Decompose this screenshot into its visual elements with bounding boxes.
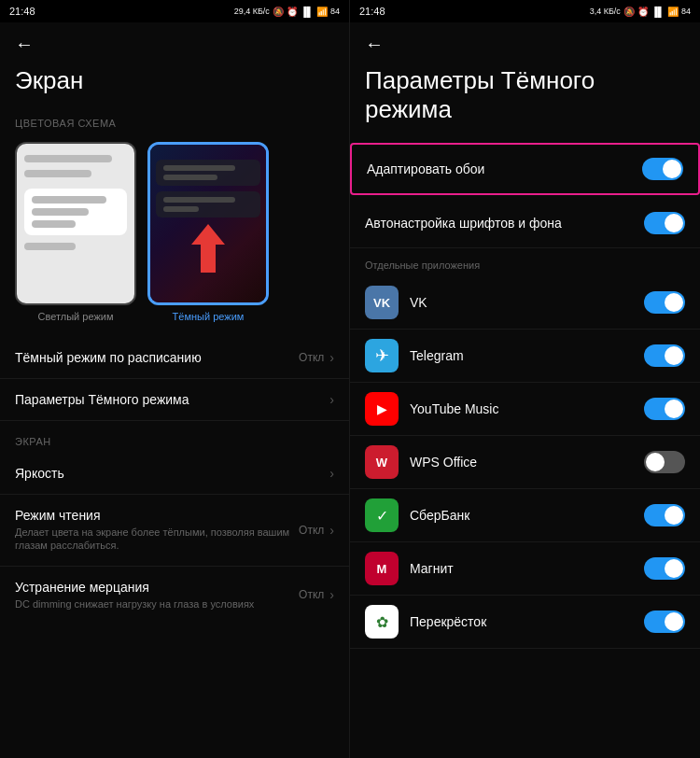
left-data-speed: 29,4 КБ/с xyxy=(234,7,270,16)
perekrestok-toggle[interactable] xyxy=(644,611,685,633)
sber-icon: ✓ xyxy=(365,498,399,532)
reading-mode-chevron: › xyxy=(329,523,334,538)
light-bar-3 xyxy=(24,243,76,250)
app-item-ym-left: ▶ YouTube Music xyxy=(365,392,498,426)
auto-fonts-toggle[interactable] xyxy=(644,212,685,234)
app-item-perekrestok[interactable]: ✿ Перекрёсток xyxy=(350,596,700,649)
app-item-vk[interactable]: VK VK xyxy=(350,276,700,330)
left-battery: 84 xyxy=(330,7,340,16)
ym-toggle-knob xyxy=(665,400,683,418)
arrow-indicator xyxy=(191,224,225,276)
perekrestok-toggle-knob xyxy=(665,612,683,631)
magnit-toggle-knob xyxy=(665,559,683,578)
right-status-time: 21:48 xyxy=(359,6,385,17)
adapt-wallpaper-toggle[interactable] xyxy=(642,158,683,180)
dark-card-2 xyxy=(156,191,260,218)
dark-theme-thumbnail[interactable] xyxy=(147,142,269,305)
light-theme-thumbnail[interactable] xyxy=(15,142,136,305)
adapt-wallpaper-knob xyxy=(663,160,681,178)
telegram-icon: ✈ xyxy=(365,339,399,372)
vk-name: VK xyxy=(410,295,427,310)
adapt-wallpaper-label: Адаптировать обои xyxy=(367,161,484,176)
right-status-icons: 3,4 КБ/с 🔕 ⏰ ▐▌ 📶 84 xyxy=(590,7,691,17)
sber-name: СберБанк xyxy=(410,508,469,523)
light-card xyxy=(24,189,127,235)
youtube-music-name: YouTube Music xyxy=(410,401,498,416)
right-page-title: Параметры Тёмного режима xyxy=(350,59,700,139)
dark-mode-params-item[interactable]: Параметры Тёмного режима › xyxy=(0,379,349,421)
wps-name: WPS Office xyxy=(410,455,477,470)
app-item-wps[interactable]: W WPS Office xyxy=(350,436,700,489)
light-theme-option[interactable]: Светлый режим xyxy=(15,142,136,322)
app-item-magnit-left: М Магнит xyxy=(365,552,454,585)
brightness-chevron: › xyxy=(329,466,334,481)
flicker-value: Откл xyxy=(299,588,324,601)
dark-bar-2 xyxy=(163,175,217,180)
right-battery: 84 xyxy=(681,7,691,16)
left-status-icons: 29,4 КБ/с 🔕 ⏰ ▐▌ 📶 84 xyxy=(234,7,340,17)
light-card-bar-1 xyxy=(32,196,106,204)
perekrestok-icon: ✿ xyxy=(365,605,399,639)
app-item-magnit[interactable]: М Магнит xyxy=(350,542,700,596)
dark-mode-schedule-right: Откл › xyxy=(299,350,334,365)
flicker-left: Устранение мерцания DC dimming снижает н… xyxy=(15,580,299,611)
flicker-right: Откл › xyxy=(299,587,334,602)
reading-mode-item[interactable]: Режим чтения Делает цвета на экране боле… xyxy=(0,495,349,567)
dark-theme-label: Тёмный режим xyxy=(173,311,245,322)
dark-card-1 xyxy=(156,160,260,186)
left-mute-icon: 🔕 xyxy=(273,7,284,17)
dark-mode-schedule-value: Откл xyxy=(299,351,324,364)
app-item-sber[interactable]: ✓ СберБанк xyxy=(350,489,700,542)
perekrestok-name: Перекрёсток xyxy=(410,614,486,629)
app-item-youtube-music[interactable]: ▶ YouTube Music xyxy=(350,383,700,436)
auto-fonts-label: Автонастройка шрифтов и фона xyxy=(365,216,562,231)
magnit-icon: М xyxy=(365,552,399,585)
right-back-button[interactable]: ← xyxy=(350,22,700,59)
dark-mode-schedule-left: Тёмный режим по расписанию xyxy=(15,350,299,365)
auto-fonts-item[interactable]: Автонастройка шрифтов и фона xyxy=(350,199,700,248)
flicker-chevron: › xyxy=(329,587,334,602)
left-page-title: Экран xyxy=(0,59,349,110)
wps-toggle[interactable] xyxy=(644,451,685,473)
sber-toggle-knob xyxy=(665,506,683,525)
left-back-button[interactable]: ← xyxy=(0,22,349,59)
right-alarm-icon: ⏰ xyxy=(637,7,649,17)
brightness-left: Яркость xyxy=(15,466,329,481)
left-status-time: 21:48 xyxy=(9,6,35,17)
screen-section-label: ЭКРАН xyxy=(0,421,349,453)
sber-toggle[interactable] xyxy=(644,504,685,526)
youtube-music-icon: ▶ xyxy=(365,392,399,426)
vk-icon: VK xyxy=(365,286,399,319)
app-item-telegram[interactable]: ✈ Telegram xyxy=(350,330,700,383)
dark-mode-params-title: Параметры Тёмного режима xyxy=(15,392,329,407)
brightness-item[interactable]: Яркость › xyxy=(0,453,349,495)
right-data-speed: 3,4 КБ/с xyxy=(590,7,621,16)
light-bar-2 xyxy=(24,170,91,177)
flicker-subtitle: DC dimming снижает нагрузку на глаза в у… xyxy=(15,597,299,611)
reading-mode-value: Откл xyxy=(299,524,324,537)
dark-bar-4 xyxy=(163,206,199,212)
dark-mode-params-right: › xyxy=(329,392,334,407)
reading-mode-title: Режим чтения xyxy=(15,508,299,523)
flicker-item[interactable]: Устранение мерцания DC dimming снижает н… xyxy=(0,567,349,624)
dark-mode-schedule-item[interactable]: Тёмный режим по расписанию Откл › xyxy=(0,337,349,379)
apps-section-label: Отдельные приложения xyxy=(350,248,700,276)
reading-mode-right: Откл › xyxy=(299,523,334,538)
dark-theme-option[interactable]: Тёмный режим xyxy=(147,142,269,322)
vk-toggle-knob xyxy=(665,293,683,312)
vk-toggle[interactable] xyxy=(644,291,685,314)
brightness-right: › xyxy=(329,466,334,481)
light-theme-label: Светлый режим xyxy=(38,311,114,322)
right-mute-icon: 🔕 xyxy=(623,7,635,17)
left-panel: 21:48 29,4 КБ/с 🔕 ⏰ ▐▌ 📶 84 ← Экран ЦВЕТ… xyxy=(0,0,350,758)
telegram-toggle[interactable] xyxy=(644,344,685,367)
app-item-vk-left: VK VK xyxy=(365,286,427,319)
right-wifi-icon: 📶 xyxy=(667,7,679,17)
adapt-wallpaper-item[interactable]: Адаптировать обои xyxy=(350,143,700,195)
ym-toggle[interactable] xyxy=(644,398,685,420)
reading-mode-left: Режим чтения Делает цвета на экране боле… xyxy=(15,508,299,553)
app-item-wps-left: W WPS Office xyxy=(365,445,477,479)
svg-marker-0 xyxy=(191,224,225,273)
magnit-toggle[interactable] xyxy=(644,557,685,580)
right-status-bar: 21:48 3,4 КБ/с 🔕 ⏰ ▐▌ 📶 84 xyxy=(350,0,700,22)
